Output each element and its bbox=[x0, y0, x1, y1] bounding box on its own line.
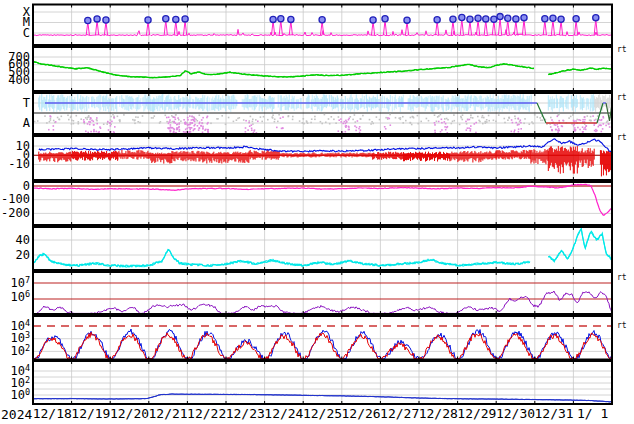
ylabel-speed-400: 400 bbox=[0, 74, 30, 87]
rt-label-bz: rt bbox=[617, 133, 633, 142]
solar-terrestrial-data-chart: X M C 700 600 500 400 T A 10 0 -10 0 -10… bbox=[0, 0, 634, 424]
ylabel-exp: 3 bbox=[25, 330, 30, 340]
ylabel-density-20: 20 bbox=[0, 249, 30, 262]
ylabel-exp: 7 bbox=[25, 275, 30, 285]
ylabel-activity-a: A bbox=[0, 117, 30, 130]
rt-label-fluence: rt bbox=[617, 273, 633, 282]
ylabel-exp: 2 bbox=[25, 375, 30, 385]
ylabel-dst-neg100: -100 bbox=[0, 193, 30, 206]
ylabel-exp: 6 bbox=[25, 289, 30, 299]
rt-label-speed: rt bbox=[617, 45, 633, 54]
ylabel-dst-0: 0 bbox=[0, 180, 30, 193]
ylabel-dst-neg200: -200 bbox=[0, 207, 30, 220]
ylabel-temp-t: T bbox=[0, 97, 30, 110]
ylabel-base: 10 bbox=[10, 388, 24, 402]
rt-label-ta: rt bbox=[617, 93, 633, 102]
ylabel-base: 10 bbox=[10, 276, 24, 290]
rt-label-eflux: rt bbox=[617, 321, 633, 330]
ylabel-base: 10 bbox=[10, 290, 24, 304]
ylabel-density-40: 40 bbox=[0, 234, 30, 247]
chart-canvas bbox=[0, 0, 634, 424]
ylabel-exp: 4 bbox=[25, 318, 30, 328]
xaxis-date: 1/ 1 bbox=[570, 407, 616, 421]
ylabel-bz-neg10: -10 bbox=[0, 158, 30, 171]
ylabel-base: 10 bbox=[10, 344, 24, 358]
ylabel-eflux-1e2: 102 bbox=[0, 345, 30, 359]
ylabel-exp: 0 bbox=[25, 387, 30, 397]
ylabel-exp: 4 bbox=[25, 363, 30, 373]
ylabel-proton-1e0: 100 bbox=[0, 389, 30, 403]
ylabel-fluence-1e6: 106 bbox=[0, 291, 30, 305]
ylabel-exp: 2 bbox=[25, 343, 30, 353]
ylabel-xray-c: C bbox=[0, 27, 30, 40]
